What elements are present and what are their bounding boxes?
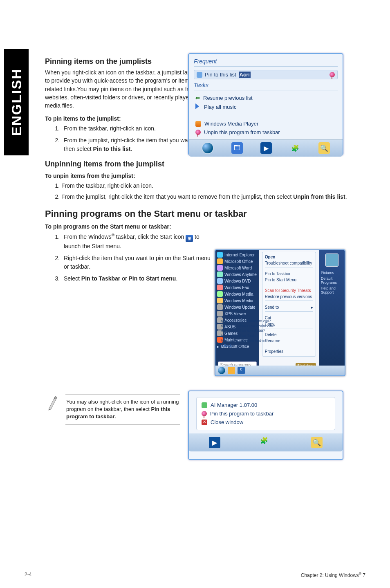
wmp-icon[interactable]: ▶: [209, 437, 220, 448]
start-orb-icon: ⊞: [186, 235, 193, 242]
unpin-step-1: From the taskbar, right-click an icon.: [61, 182, 347, 190]
ie-icon[interactable]: e: [238, 367, 245, 374]
jumplist-taskbar: 🗔 ▶ 🧩 🔍: [189, 139, 343, 157]
taskpin-close[interactable]: ✕ Close window: [201, 418, 331, 426]
jumplist-resume[interactable]: ⇐ Resume previous list: [194, 94, 338, 102]
subhead-pin-programs: To pin programs on the Start menu or tas…: [45, 223, 360, 230]
startmenu-figure: Internet Explorer Microsoft Office Micro…: [215, 249, 345, 376]
pinprog-step-2: Right-click the item that you want to pi…: [61, 254, 217, 271]
app-icon-2[interactable]: 🔍: [318, 142, 330, 154]
page-footer: 2-4 Chapter 2: Using Windows® 7: [25, 569, 365, 578]
heading-unpin-jumplist: Unpinning items from the jumplist: [45, 160, 360, 168]
taskpin-pin[interactable]: Pin this program to taskbar: [201, 409, 331, 418]
jumplist-pinrow[interactable]: Pin to this list Acri: [194, 70, 338, 79]
language-tab: ENGLISH: [4, 49, 29, 155]
pushpin-icon[interactable]: [329, 72, 335, 77]
jumplist-pin-label: Pin to this list: [205, 72, 236, 78]
chapter-label: Chapter 2: Using Windows® 7: [301, 572, 365, 578]
taskpin-figure: AI Manager 1.07.00 Pin this program to t…: [188, 391, 343, 460]
jumplist-section-tasks: Tasks: [194, 82, 338, 88]
explorer-icon[interactable]: [228, 367, 235, 374]
jumplist-section-frequent: Frequent: [194, 58, 338, 65]
pinprog-step-1: From the Windows® taskbar, click the Sta…: [61, 232, 217, 251]
user-picture[interactable]: [325, 254, 338, 267]
note-text: You may also right-click on the icon of …: [65, 395, 180, 424]
para-pin-jumplists: When you right-click an icon on the task…: [45, 68, 208, 110]
app-icon-1[interactable]: 🧩: [289, 142, 301, 154]
unpin-step-2: From the jumplist, right-click the item …: [61, 193, 347, 201]
jumplist-app-name[interactable]: Windows Media Player: [194, 119, 338, 128]
jumplist-unpin[interactable]: Unpin this program from taskbar: [194, 128, 338, 137]
app-icon-1[interactable]: 🧩: [260, 437, 271, 448]
taskpin-appname[interactable]: AI Manager 1.07.00: [201, 401, 331, 409]
heading-pin-programs: Pinning programs on the Start menu or ta…: [45, 209, 360, 219]
page-number: 2-4: [25, 572, 31, 578]
language-label: ENGLISH: [9, 68, 25, 136]
jumplist-figure: Frequent Pin to this list Acri Tasks ⇐ R…: [188, 53, 343, 155]
explorer-icon[interactable]: 🗔: [231, 142, 243, 154]
start-orb-icon[interactable]: [218, 367, 225, 374]
subhead-unpin-jumplist: To unpin items from the jumplist:: [45, 173, 360, 179]
wmp-icon[interactable]: ▶: [260, 142, 272, 154]
pinprog-step-3: Select Pin to Taskbar or Pin to Start me…: [61, 274, 217, 283]
jumplist-playall[interactable]: Play all music: [194, 102, 338, 112]
app-icon-2[interactable]: 🔍: [311, 437, 323, 448]
start-orb-icon[interactable]: [202, 142, 214, 154]
note-pen-icon: [43, 393, 61, 411]
